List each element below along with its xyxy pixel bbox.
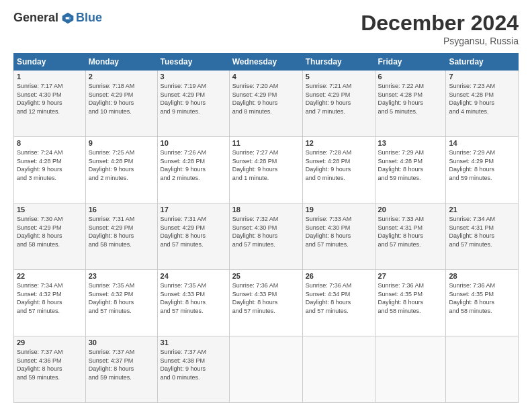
day-info: Sunrise: 7:30 AM Sunset: 4:29 PM Dayligh… [17,215,83,248]
week-row-5: 29Sunrise: 7:37 AM Sunset: 4:36 PM Dayli… [14,336,519,403]
day-info: Sunrise: 7:18 AM Sunset: 4:29 PM Dayligh… [89,82,154,116]
table-cell: 17Sunrise: 7:31 AM Sunset: 4:29 PM Dayli… [157,203,229,270]
day-info: Sunrise: 7:35 AM Sunset: 4:32 PM Dayligh… [89,281,154,315]
table-cell: 13Sunrise: 7:29 AM Sunset: 4:28 PM Dayli… [375,137,446,203]
day-number: 24 [161,272,226,280]
table-cell: 4Sunrise: 7:20 AM Sunset: 4:29 PM Daylig… [229,71,302,137]
table-cell: 25Sunrise: 7:36 AM Sunset: 4:33 PM Dayli… [229,270,302,336]
table-cell: 21Sunrise: 7:34 AM Sunset: 4:31 PM Dayli… [446,203,519,270]
header: General Blue December 2024 Psygansu, Rus… [13,11,519,46]
table-cell: 12Sunrise: 7:28 AM Sunset: 4:28 PM Dayli… [302,137,375,203]
day-info: Sunrise: 7:25 AM Sunset: 4:28 PM Dayligh… [89,148,154,182]
day-number: 16 [89,205,154,214]
day-number: 17 [161,205,226,214]
logo-general-text: General [13,11,58,25]
table-cell: 15Sunrise: 7:30 AM Sunset: 4:29 PM Dayli… [14,203,86,270]
day-info: Sunrise: 7:24 AM Sunset: 4:28 PM Dayligh… [17,148,83,182]
day-info: Sunrise: 7:31 AM Sunset: 4:29 PM Dayligh… [89,215,154,248]
day-info: Sunrise: 7:17 AM Sunset: 4:30 PM Dayligh… [17,82,83,116]
weekday-header-row: Sunday Monday Tuesday Wednesday Thursday… [14,54,519,71]
day-info: Sunrise: 7:32 AM Sunset: 4:30 PM Dayligh… [232,215,300,248]
day-number: 4 [232,73,300,81]
day-number: 9 [89,139,154,147]
calendar-table: Sunday Monday Tuesday Wednesday Thursday… [13,53,519,403]
day-info: Sunrise: 7:34 AM Sunset: 4:32 PM Dayligh… [17,281,83,315]
day-info: Sunrise: 7:27 AM Sunset: 4:28 PM Dayligh… [232,148,300,182]
day-number: 8 [17,139,83,147]
table-cell: 23Sunrise: 7:35 AM Sunset: 4:32 PM Dayli… [85,270,157,336]
table-cell: 7Sunrise: 7:23 AM Sunset: 4:28 PM Daylig… [446,71,519,137]
table-cell: 18Sunrise: 7:32 AM Sunset: 4:30 PM Dayli… [229,203,302,270]
header-saturday: Saturday [446,54,519,71]
day-info: Sunrise: 7:36 AM Sunset: 4:35 PM Dayligh… [449,281,515,315]
table-cell [446,336,519,403]
day-info: Sunrise: 7:29 AM Sunset: 4:28 PM Dayligh… [378,148,443,182]
day-info: Sunrise: 7:37 AM Sunset: 4:38 PM Dayligh… [161,348,226,381]
day-info: Sunrise: 7:21 AM Sunset: 4:29 PM Dayligh… [306,82,372,116]
day-info: Sunrise: 7:31 AM Sunset: 4:29 PM Dayligh… [161,215,226,248]
day-number: 15 [17,205,83,214]
day-number: 7 [449,73,515,81]
week-row-3: 15Sunrise: 7:30 AM Sunset: 4:29 PM Dayli… [14,203,519,270]
day-number: 5 [306,73,372,81]
day-number: 3 [161,73,226,81]
table-cell: 10Sunrise: 7:26 AM Sunset: 4:28 PM Dayli… [157,137,229,203]
day-number: 18 [232,205,300,214]
month-title: December 2024 [361,11,519,36]
day-info: Sunrise: 7:20 AM Sunset: 4:29 PM Dayligh… [232,82,300,116]
day-info: Sunrise: 7:36 AM Sunset: 4:33 PM Dayligh… [232,281,300,315]
table-cell [229,336,302,403]
table-cell: 11Sunrise: 7:27 AM Sunset: 4:28 PM Dayli… [229,137,302,203]
week-row-1: 1Sunrise: 7:17 AM Sunset: 4:30 PM Daylig… [14,71,519,137]
day-number: 10 [161,139,226,147]
day-info: Sunrise: 7:29 AM Sunset: 4:29 PM Dayligh… [449,148,515,182]
table-cell: 8Sunrise: 7:24 AM Sunset: 4:28 PM Daylig… [14,137,86,203]
day-number: 1 [17,73,83,81]
day-number: 11 [232,139,300,147]
table-cell: 28Sunrise: 7:36 AM Sunset: 4:35 PM Dayli… [446,270,519,336]
day-number: 2 [89,73,154,81]
table-cell: 1Sunrise: 7:17 AM Sunset: 4:30 PM Daylig… [14,71,86,137]
day-info: Sunrise: 7:33 AM Sunset: 4:31 PM Dayligh… [378,215,443,248]
table-cell: 2Sunrise: 7:18 AM Sunset: 4:29 PM Daylig… [85,71,157,137]
day-number: 6 [378,73,443,81]
logo: General Blue [13,11,102,25]
week-row-2: 8Sunrise: 7:24 AM Sunset: 4:28 PM Daylig… [14,137,519,203]
table-cell: 22Sunrise: 7:34 AM Sunset: 4:32 PM Dayli… [14,270,86,336]
title-area: December 2024 Psygansu, Russia [361,11,519,46]
table-cell: 27Sunrise: 7:36 AM Sunset: 4:35 PM Dayli… [375,270,446,336]
day-number: 14 [449,139,515,147]
day-info: Sunrise: 7:35 AM Sunset: 4:33 PM Dayligh… [161,281,226,315]
table-cell [375,336,446,403]
day-number: 21 [449,205,515,214]
day-number: 25 [232,272,300,280]
table-cell: 16Sunrise: 7:31 AM Sunset: 4:29 PM Dayli… [85,203,157,270]
day-number: 27 [378,272,443,280]
header-thursday: Thursday [302,54,375,71]
day-info: Sunrise: 7:34 AM Sunset: 4:31 PM Dayligh… [449,215,515,248]
day-number: 23 [89,272,154,280]
table-cell: 29Sunrise: 7:37 AM Sunset: 4:36 PM Dayli… [14,336,86,403]
location: Psygansu, Russia [361,36,519,46]
logo-icon [61,11,75,25]
table-cell: 30Sunrise: 7:37 AM Sunset: 4:37 PM Dayli… [85,336,157,403]
day-number: 29 [17,338,83,347]
day-info: Sunrise: 7:19 AM Sunset: 4:29 PM Dayligh… [161,82,226,116]
header-tuesday: Tuesday [157,54,229,71]
day-number: 30 [89,338,154,347]
logo-blue-text: Blue [76,11,102,25]
table-cell: 26Sunrise: 7:36 AM Sunset: 4:34 PM Dayli… [302,270,375,336]
day-info: Sunrise: 7:23 AM Sunset: 4:28 PM Dayligh… [449,82,515,116]
day-number: 12 [306,139,372,147]
page: General Blue December 2024 Psygansu, Rus… [0,0,532,411]
table-cell: 3Sunrise: 7:19 AM Sunset: 4:29 PM Daylig… [157,71,229,137]
table-cell [302,336,375,403]
header-sunday: Sunday [14,54,86,71]
table-cell: 14Sunrise: 7:29 AM Sunset: 4:29 PM Dayli… [446,137,519,203]
day-number: 31 [161,338,226,347]
day-info: Sunrise: 7:22 AM Sunset: 4:28 PM Dayligh… [378,82,443,116]
day-number: 22 [17,272,83,280]
table-cell: 5Sunrise: 7:21 AM Sunset: 4:29 PM Daylig… [302,71,375,137]
table-cell: 19Sunrise: 7:33 AM Sunset: 4:30 PM Dayli… [302,203,375,270]
table-cell: 9Sunrise: 7:25 AM Sunset: 4:28 PM Daylig… [85,137,157,203]
